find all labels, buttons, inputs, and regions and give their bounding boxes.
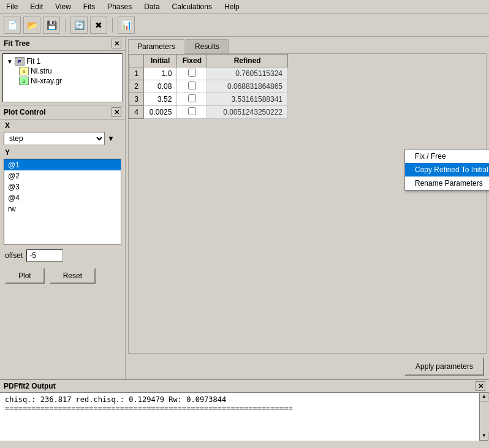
context-menu-copy-refined[interactable]: Copy Refined To Initial <box>405 163 489 177</box>
fixed-val-2[interactable] <box>177 80 207 93</box>
menu-view[interactable]: View <box>51 1 75 12</box>
fit-tree-header: Fit Tree ✕ <box>0 37 125 51</box>
tab-parameters[interactable]: Parameters <box>128 39 184 54</box>
fit-tree-close[interactable]: ✕ <box>112 39 121 48</box>
x-dropdown-arrow: ▼ <box>107 134 115 143</box>
table-row: 4 0.0025 0.0051243250222 <box>129 106 288 119</box>
x-axis-select[interactable]: step <box>4 132 105 145</box>
fixed-val-1[interactable] <box>177 67 207 80</box>
tree-item-fit1[interactable]: ▼ F Fit 1 <box>6 56 119 66</box>
initial-val-2[interactable]: 0.08 <box>143 80 176 93</box>
output-header: PDFfit2 Output ✕ <box>0 380 489 393</box>
initial-val-4[interactable]: 0.0025 <box>143 106 176 119</box>
toolbar-separator <box>65 18 66 32</box>
offset-label: offset <box>5 251 23 260</box>
context-menu-rename[interactable]: Rename Parameters <box>405 177 489 190</box>
output-line2: ========================================… <box>5 404 474 412</box>
tree-item-data[interactable]: D Ni-xray.gr <box>18 76 119 86</box>
row-num-4: 4 <box>129 106 144 119</box>
col-header-initial: Initial <box>143 55 176 67</box>
row-num-1: 1 <box>129 67 144 80</box>
y-item-4[interactable]: @4 <box>4 192 121 203</box>
tree-fit1-label: Fit 1 <box>26 57 40 66</box>
x-axis-dropdown: step ▼ <box>4 132 121 145</box>
fit-tree-content: ▼ F Fit 1 S Ni.stru D Ni-xray.gr <box>2 53 123 102</box>
context-menu-fix-free[interactable]: Fix / Free <box>405 150 489 163</box>
fixed-val-3[interactable] <box>177 93 207 106</box>
refined-val-4: 0.0051243250222 <box>207 106 288 119</box>
apply-parameters-button[interactable]: Apply parameters <box>404 357 484 376</box>
context-menu: Fix / Free Copy Refined To Initial Renam… <box>404 149 489 191</box>
menu-file[interactable]: File <box>2 1 21 12</box>
scroll-up-btn[interactable]: ▲ <box>480 393 488 401</box>
col-header-fixed: Fixed <box>177 55 207 67</box>
offset-row: offset <box>0 246 125 265</box>
stop-button[interactable]: ✖ <box>90 17 107 34</box>
x-axis-label: X <box>0 120 125 131</box>
open-button[interactable]: 📂 <box>23 17 40 34</box>
tree-children: S Ni.stru D Ni-xray.gr <box>6 66 119 86</box>
output-line1: chisq.: 236.817 red.chisq.: 0.129479 Rw:… <box>5 395 474 404</box>
fixed-checkbox-4[interactable] <box>188 107 196 115</box>
new-button[interactable]: 📄 <box>4 17 21 34</box>
left-panel: Fit Tree ✕ ▼ F Fit 1 S Ni.stru D Ni-xray <box>0 37 126 379</box>
menu-edit[interactable]: Edit <box>26 1 47 12</box>
right-panel: Parameters Results Initial Fixed Refined… <box>126 37 489 379</box>
toolbar-separator-2 <box>112 18 113 32</box>
plot-control-close[interactable]: ✕ <box>112 107 121 117</box>
refined-val-2: 0.068831864865 <box>207 80 288 93</box>
parameters-table: Initial Fixed Refined 1 1.0 0.7605115324… <box>129 54 288 119</box>
tab-results[interactable]: Results <box>186 39 229 53</box>
menu-calculations[interactable]: Calculations <box>169 1 216 12</box>
y-list[interactable]: @1 @2 @3 @4 rw <box>4 159 121 245</box>
row-num-2: 2 <box>129 80 144 93</box>
menu-bar: File Edit View Fits Phases Data Calculat… <box>0 0 489 14</box>
output-title: PDFfit2 Output <box>4 382 56 390</box>
fixed-val-4[interactable] <box>177 106 207 119</box>
y-axis-label: Y <box>0 146 125 158</box>
save-button[interactable]: 💾 <box>43 17 60 34</box>
output-panel: PDFfit2 Output ✕ chisq.: 236.817 red.chi… <box>0 379 489 441</box>
menu-help[interactable]: Help <box>221 1 243 12</box>
offset-input[interactable] <box>26 249 63 262</box>
output-body: chisq.: 236.817 red.chisq.: 0.129479 Rw:… <box>0 393 489 441</box>
y-item-1[interactable]: @1 <box>4 159 121 170</box>
table-row: 3 3.52 3.53161588341 <box>129 93 288 106</box>
fixed-checkbox-2[interactable] <box>188 82 196 89</box>
menu-data[interactable]: Data <box>140 1 163 12</box>
fixed-checkbox-1[interactable] <box>188 69 196 77</box>
output-scrollbar[interactable]: ▲ ▼ <box>479 393 489 441</box>
y-item-rw[interactable]: rw <box>4 203 121 215</box>
fit-tree: Fit Tree ✕ ▼ F Fit 1 S Ni.stru D Ni-xray <box>0 37 125 105</box>
table-row: 1 1.0 0.7605115324 <box>129 67 288 80</box>
refined-val-1: 0.7605115324 <box>207 67 288 80</box>
output-content: chisq.: 236.817 red.chisq.: 0.129479 Rw:… <box>0 393 479 441</box>
row-num-3: 3 <box>129 93 144 106</box>
initial-val-1[interactable]: 1.0 <box>143 67 176 80</box>
tree-data-label: Ni-xray.gr <box>31 77 62 85</box>
fit-tree-title: Fit Tree <box>4 39 30 48</box>
table-row: 2 0.08 0.068831864865 <box>129 80 288 93</box>
reset-button[interactable]: Reset <box>50 268 96 284</box>
plot-control: Plot Control ✕ X step ▼ Y @1 @2 @3 @4 rw… <box>0 105 125 379</box>
tree-stru-label: Ni.stru <box>31 67 52 75</box>
tree-arrow: ▼ <box>7 58 13 65</box>
col-header-num <box>129 55 144 67</box>
initial-val-3[interactable]: 3.52 <box>143 93 176 106</box>
params-area: Initial Fixed Refined 1 1.0 0.7605115324… <box>128 53 487 354</box>
tree-item-stru[interactable]: S Ni.stru <box>18 66 119 76</box>
plot-button[interactable]: Plot <box>5 268 45 284</box>
col-header-refined: Refined <box>207 55 288 67</box>
plot-control-header: Plot Control ✕ <box>0 105 125 120</box>
y-item-3[interactable]: @3 <box>4 181 121 192</box>
chart-button[interactable]: 📊 <box>118 17 135 34</box>
refresh-button[interactable]: 🔄 <box>70 17 88 34</box>
scroll-down-btn[interactable]: ▼ <box>480 432 488 441</box>
y-item-2[interactable]: @2 <box>4 170 121 181</box>
fit-icon: F <box>15 57 25 66</box>
fixed-checkbox-3[interactable] <box>188 94 196 102</box>
menu-phases[interactable]: Phases <box>104 1 135 12</box>
refined-val-3: 3.53161588341 <box>207 93 288 106</box>
menu-fits[interactable]: Fits <box>80 1 99 12</box>
output-close[interactable]: ✕ <box>476 381 485 391</box>
